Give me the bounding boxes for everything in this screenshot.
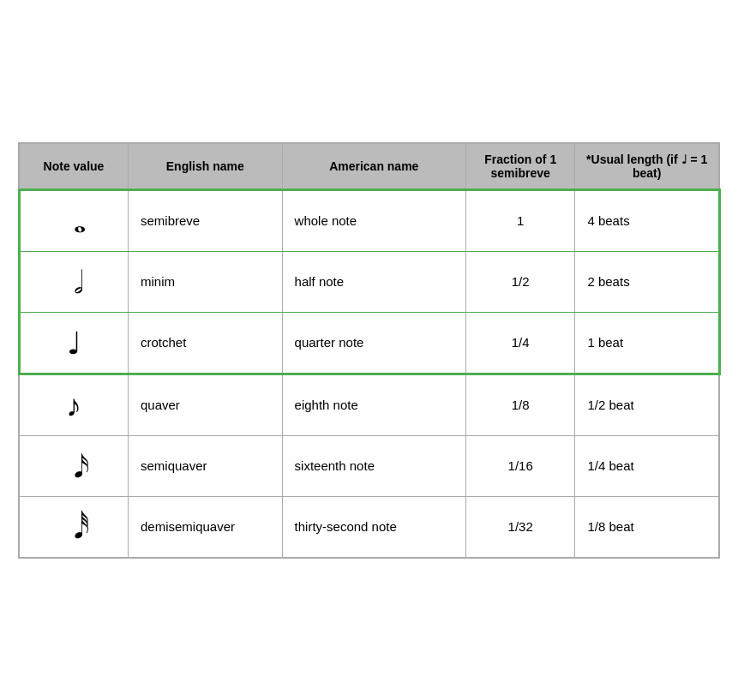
thirty-second-note-symbol: 𝅘𝅥𝅰: [19, 496, 128, 558]
usual-length-cell: 4 beats: [575, 189, 719, 251]
fraction-cell: 1/2: [465, 251, 574, 312]
eighth-note-symbol: ♪: [19, 374, 128, 435]
header-fraction: Fraction of 1 semibreve: [465, 143, 574, 190]
table-row: ♪quavereighth note1/81/2 beat: [19, 374, 719, 435]
table-row: 𝅝semibrevewhole note14 beats: [19, 189, 719, 251]
english-name-cell: semiquaver: [128, 435, 282, 496]
american-name-cell: whole note: [282, 189, 465, 251]
english-name-cell: semibreve: [128, 189, 282, 251]
music-notes-table-wrapper: Note value English name American name Fr…: [18, 142, 721, 559]
half-note-symbol: 𝅗𝅥: [19, 251, 128, 312]
fraction-cell: 1/32: [465, 496, 574, 558]
fraction-cell: 1: [465, 189, 574, 251]
whole-note-symbol: 𝅝: [19, 189, 128, 251]
english-name-cell: demisemiquaver: [128, 496, 282, 558]
table-row: 𝅘𝅥𝅰demisemiquaverthirty-second note1/321…: [19, 496, 719, 558]
sixteenth-note-symbol: 𝅘𝅥𝅯: [19, 435, 128, 496]
fraction-cell: 1/4: [465, 312, 574, 374]
usual-length-cell: 1 beat: [575, 312, 719, 374]
table-row: 𝅘𝅥𝅯semiquaversixteenth note1/161/4 beat: [19, 435, 719, 496]
header-english-name: English name: [128, 143, 282, 190]
usual-length-cell: 1/2 beat: [575, 374, 719, 435]
american-name-cell: quarter note: [282, 312, 465, 374]
english-name-cell: quaver: [128, 374, 282, 435]
american-name-cell: eighth note: [282, 374, 465, 435]
header-american-name: American name: [282, 143, 465, 190]
american-name-cell: half note: [282, 251, 465, 312]
quarter-note-symbol: ♩: [19, 312, 128, 374]
music-notes-table: Note value English name American name Fr…: [18, 142, 721, 559]
usual-length-cell: 1/4 beat: [575, 435, 719, 496]
table-row: 𝅗𝅥minimhalf note1/22 beats: [19, 251, 719, 312]
usual-length-cell: 1/8 beat: [575, 496, 719, 558]
usual-length-cell: 2 beats: [575, 251, 719, 312]
table-header-row: Note value English name American name Fr…: [19, 143, 719, 190]
header-note-value: Note value: [19, 143, 128, 190]
table-row: ♩crotchetquarter note1/41 beat: [19, 312, 719, 374]
english-name-cell: crotchet: [128, 312, 282, 374]
fraction-cell: 1/16: [465, 435, 574, 496]
fraction-cell: 1/8: [465, 374, 574, 435]
english-name-cell: minim: [128, 251, 282, 312]
american-name-cell: sixteenth note: [282, 435, 465, 496]
header-usual-length: *Usual length (if ♩ = 1 beat): [575, 143, 719, 190]
american-name-cell: thirty-second note: [282, 496, 465, 558]
